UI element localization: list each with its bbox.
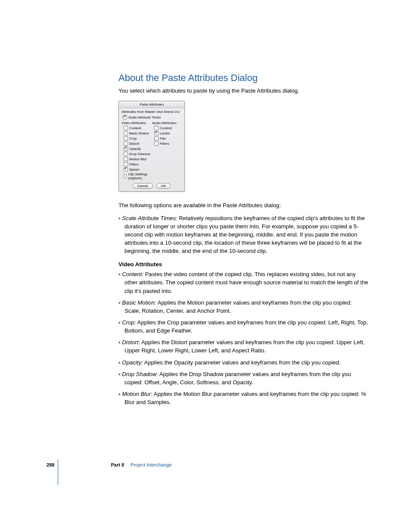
video-attr-row[interactable]: Basic Motion [121, 131, 151, 136]
bullet-term: Scale Attribute Times: [122, 215, 177, 221]
bullet-term: Opacity: [122, 359, 143, 366]
video-attr-label: Crop [129, 137, 137, 140]
video-attr-row[interactable]: Crop [121, 136, 151, 141]
heading: About the Paste Attributes Dialog [118, 72, 369, 84]
bullet-term: Motion Blur: [122, 391, 152, 397]
list-item: Basic Motion: Applies the Motion paramet… [118, 299, 369, 315]
video-attr-row[interactable]: Clip Settings (capture) [121, 172, 151, 180]
bullet-term: Drop Shadow: [122, 371, 158, 377]
video-attr-label: Clip Settings (capture) [128, 172, 151, 180]
bullet-text: Applies the Motion Blur parameter values… [125, 391, 366, 405]
scale-attribute-times-label: Scale Attribute Times [128, 115, 161, 119]
bullet-text: Applies the Motion parameter values and … [125, 299, 352, 314]
video-attr-checkbox[interactable] [124, 126, 128, 130]
audio-attr-checkbox[interactable] [154, 131, 159, 135]
scale-attribute-times-bullet: Scale Attribute Times: Relatively reposi… [118, 214, 369, 255]
audio-attr-checkbox[interactable] [154, 136, 159, 140]
audio-attr-checkbox[interactable] [154, 126, 159, 130]
bullet-term: Basic Motion: [122, 299, 156, 306]
attributes-from-line: Attributes from Master shot Debra CU: [121, 110, 182, 115]
paste-attributes-dialog-figure: Paste Attributes Attributes from Master … [118, 101, 369, 192]
scale-attribute-times-checkbox[interactable] [123, 115, 127, 119]
scale-attribute-times-row[interactable]: Scale Attribute Times [121, 115, 182, 120]
audio-attr-row[interactable]: Levels [152, 131, 182, 136]
bullet-text: Applies the Crop parameter values and ke… [125, 319, 368, 334]
video-attr-label: Basic Motion [129, 131, 149, 135]
video-attr-checkbox[interactable] [124, 141, 128, 146]
video-attributes-subhead: Video Attributes [118, 261, 369, 268]
video-attr-row[interactable]: Opacity [121, 146, 151, 151]
cancel-button[interactable]: Cancel [133, 183, 153, 189]
audio-attr-row[interactable]: Pan [152, 136, 182, 141]
bullet-text: Applies the Distort parameter values and… [125, 339, 364, 354]
bullet-text: Applies the Drop Shadow parameter values… [125, 371, 351, 386]
video-attr-checkbox[interactable] [124, 174, 127, 178]
page-number: 288 [47, 462, 54, 467]
audio-attr-label: Levels [160, 131, 170, 135]
video-attr-label: Motion Blur [129, 157, 146, 161]
audio-attr-label: Pan [160, 137, 166, 140]
video-attr-label: Speed [129, 168, 139, 171]
bullet-text: Applies the Opacity parameter values and… [143, 359, 341, 366]
document-page: About the Paste Attributes Dialog You se… [0, 0, 411, 498]
following-options-text: The following options are available in t… [118, 201, 369, 209]
paste-attributes-dialog: Paste Attributes Attributes from Master … [118, 101, 185, 192]
audio-attr-label: Filters [160, 142, 169, 146]
list-item: Content: Pastes the video content of the… [118, 270, 369, 295]
part-label: Part II [111, 462, 124, 467]
video-attr-row[interactable]: Drop Shadow [121, 151, 151, 156]
list-item: Motion Blur: Applies the Motion Blur par… [118, 390, 369, 406]
list-item: Distort: Applies the Distort parameter v… [118, 338, 369, 355]
video-attr-label: Opacity [129, 147, 141, 151]
video-attr-checkbox[interactable] [124, 146, 128, 151]
video-attr-label: Filters [129, 162, 139, 166]
video-attr-row[interactable]: Content [121, 125, 151, 131]
video-attr-checkbox[interactable] [124, 162, 128, 166]
audio-attr-row[interactable]: Filters [152, 141, 182, 146]
bullet-term: Content: [122, 271, 143, 277]
page-footer: 288 Part II Project Interchange [47, 462, 171, 467]
dialog-title: Paste Attributes [119, 101, 184, 108]
audio-attributes-header: Audio Attributes: [152, 120, 182, 125]
audio-attr-checkbox[interactable] [154, 141, 159, 146]
ok-button[interactable]: OK [156, 183, 171, 189]
video-attr-checkbox[interactable] [124, 152, 128, 156]
intro-text: You select which attributes to paste by … [118, 87, 369, 95]
list-item: Drop Shadow: Applies the Drop Shadow par… [118, 370, 369, 386]
video-attr-label: Content [129, 126, 141, 130]
video-attributes-list: Content: Pastes the video content of the… [58, 270, 369, 406]
list-item: Crop: Applies the Crop parameter values … [118, 318, 369, 335]
list-item: Opacity: Applies the Opacity parameter v… [118, 358, 369, 367]
video-attr-row[interactable]: Speed [121, 167, 151, 172]
bullet-term: Distort: [122, 339, 140, 345]
video-attr-checkbox[interactable] [124, 167, 128, 171]
video-attr-label: Distort [129, 142, 139, 146]
video-attr-checkbox[interactable] [124, 157, 128, 161]
bullet-text: Pastes the video content of the copied c… [125, 271, 368, 294]
video-attr-label: Drop Shadow [129, 152, 150, 156]
top-bullet-list: Scale Attribute Times: Relatively reposi… [58, 214, 369, 255]
video-attr-checkbox[interactable] [124, 131, 128, 135]
audio-attr-label: Content [160, 126, 172, 130]
footer-divider [58, 460, 58, 485]
video-attributes-header: Video Attributes: [121, 120, 151, 125]
bullet-term: Crop: [122, 319, 136, 326]
chapter-name: Project Interchange [131, 462, 171, 467]
video-attr-checkbox[interactable] [124, 136, 128, 140]
video-attr-row[interactable]: Motion Blur [121, 156, 151, 162]
